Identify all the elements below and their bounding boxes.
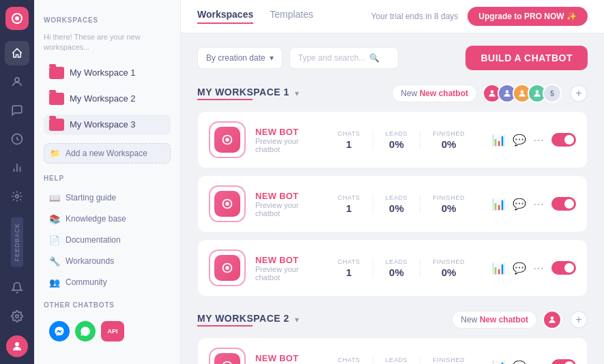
bot-info-1-3: NEW BOT Preview your chatbot	[255, 255, 316, 282]
svg-point-15	[225, 266, 229, 270]
bot-preview-1-3: Preview your chatbot	[255, 265, 316, 282]
knowledge-icon: 📚	[49, 214, 60, 224]
chat-icon-2-1[interactable]: 💬	[513, 360, 526, 365]
workspace-2-collapse[interactable]: ▾	[295, 315, 299, 324]
analytics-icon-2-1[interactable]: 📊	[492, 360, 506, 365]
messenger-chatbot[interactable]	[49, 321, 70, 342]
chatbot-text-1: New chatbot	[420, 89, 468, 98]
help-workarounds[interactable]: 🔧 Workarounds	[44, 254, 171, 269]
help-knowledge-base[interactable]: 📚 Knowledge base	[44, 211, 171, 227]
sidebar-item-workspace-1[interactable]: My Workspace 1	[44, 63, 171, 83]
search-filter[interactable]: Type and search... 🔍	[289, 47, 399, 69]
chats-label: CHATS	[338, 130, 360, 137]
bot-stats-2-1: CHATS 1 LEADS 0% FINISHED 0%	[326, 357, 477, 365]
api-chatbot[interactable]: API	[101, 321, 124, 342]
app-logo[interactable]	[5, 7, 29, 30]
stat-chats-1-3: CHATS 1	[326, 258, 373, 278]
nav-users[interactable]	[5, 70, 29, 94]
bot-preview-1-1: Preview your chatbot	[255, 137, 316, 153]
toggle-2-1[interactable]	[551, 359, 576, 364]
avatar-group-2	[543, 310, 562, 329]
stat-leads-1-1: LEADS 0%	[373, 130, 421, 150]
folder-icon-3	[49, 119, 64, 131]
help-community[interactable]: 👥 Community	[44, 275, 171, 290]
toggle-1-3[interactable]	[551, 261, 576, 275]
stat-chats-1-2: CHATS 1	[326, 194, 373, 214]
nav-integrations[interactable]	[5, 184, 29, 209]
analytics-icon-1-1[interactable]: 📊	[492, 134, 506, 147]
filter-left: By creation date ▾ Type and search... 🔍	[197, 47, 399, 69]
bot-stats-1-3: CHATS 1 LEADS 0% FINISHED 0%	[326, 258, 477, 278]
leads-label-3: LEADS	[386, 258, 408, 265]
analytics-icon-1-2[interactable]: 📊	[492, 198, 506, 211]
workspace-section-2: MY WORKSPACE 2 ▾ New New chatbot +	[197, 310, 588, 364]
svg-point-4	[16, 315, 19, 318]
wrench-icon: 🔧	[49, 256, 60, 267]
help-starting-guide-label: Starting guide	[66, 193, 116, 202]
chats-value-1-3: 1	[338, 267, 360, 278]
chat-icon-1-2[interactable]: 💬	[513, 198, 526, 211]
sidebar-item-workspace-3[interactable]: My Workspace 3	[44, 115, 171, 135]
more-icon-1-3[interactable]: ⋯	[533, 262, 545, 275]
toggle-1-1[interactable]	[551, 133, 576, 147]
add-member-btn-1[interactable]: +	[570, 85, 588, 102]
svg-point-17	[223, 362, 232, 364]
add-workspace-icon: 📁	[50, 149, 60, 158]
topbar-tabs: Workspaces Templates	[197, 9, 313, 24]
nav-settings[interactable]	[5, 304, 29, 329]
search-placeholder: Type and search...	[298, 53, 366, 63]
feedback-badge[interactable]: FEEDBACK	[11, 217, 23, 267]
nav-chat[interactable]	[5, 98, 29, 123]
more-icon-1-1[interactable]: ⋯	[533, 134, 545, 147]
bot-icon-1-2	[214, 191, 240, 217]
date-filter[interactable]: By creation date ▾	[197, 47, 283, 69]
bot-icon-wrap-1-2	[209, 185, 246, 222]
search-icon: 🔍	[369, 53, 379, 63]
stat-finished-1-2: FINISHED 0%	[420, 194, 477, 214]
workspace-1-collapse[interactable]: ▾	[295, 89, 299, 98]
stat-chats-1-1: CHATS 1	[326, 130, 373, 150]
workspace-2-header: MY WORKSPACE 2 ▾ New New chatbot +	[197, 310, 588, 329]
chat-icon-1-3[interactable]: 💬	[513, 262, 526, 275]
svg-point-2	[15, 78, 19, 82]
filters-row: By creation date ▾ Type and search... 🔍 …	[197, 46, 588, 70]
more-icon-1-2[interactable]: ⋯	[533, 198, 545, 211]
sidebar-item-workspace-2[interactable]: My Workspace 2	[44, 89, 171, 109]
chat-icon-1-1[interactable]: 💬	[513, 134, 526, 147]
add-member-btn-2[interactable]: +	[570, 311, 588, 329]
community-icon: 👥	[49, 277, 60, 288]
chevron-down-icon: ▾	[270, 53, 274, 63]
bot-name-1-3: NEW BOT	[255, 255, 316, 265]
nav-broadcast[interactable]	[5, 127, 29, 151]
whatsapp-chatbot[interactable]	[75, 321, 96, 342]
chats-label-3: CHATS	[338, 258, 360, 265]
tab-templates[interactable]: Templates	[270, 9, 313, 24]
chats-value-1-1: 1	[338, 138, 360, 150]
avatar-2-1	[543, 310, 562, 329]
nav-home[interactable]	[5, 41, 29, 65]
analytics-icon-1-3[interactable]: 📊	[492, 262, 506, 275]
nav-analytics[interactable]	[5, 155, 29, 180]
help-starting-guide[interactable]: 📖 Starting guide	[44, 190, 171, 206]
help-documentation[interactable]: 📄 Documentation	[44, 232, 171, 248]
upgrade-button[interactable]: Upgrade to PRO NOW ✨	[468, 7, 588, 26]
bot-icon-wrap-2-1	[209, 348, 246, 364]
finished-label-2: FINISHED	[433, 194, 465, 201]
workspace-section-1: MY WORKSPACE 1 ▾ New New chatbot	[197, 84, 588, 297]
add-workspace-button[interactable]: 📁 Add a new Workspace	[44, 143, 171, 164]
finished-label: FINISHED	[433, 130, 465, 137]
more-icon-2-1[interactable]: ⋯	[533, 360, 545, 365]
help-documentation-label: Documentation	[66, 235, 121, 245]
toggle-1-2[interactable]	[551, 197, 576, 211]
bot-info-1-2: NEW BOT Preview your chatbot	[255, 191, 316, 217]
workspace-1-header: MY WORKSPACE 1 ▾ New New chatbot	[197, 84, 588, 103]
tab-workspaces[interactable]: Workspaces	[197, 9, 253, 24]
icon-bar: FEEDBACK	[0, 0, 34, 364]
new-chatbot-btn-1[interactable]: New New chatbot	[392, 85, 477, 102]
bot-icon-1-3	[214, 255, 240, 281]
svg-point-7	[506, 90, 509, 93]
new-chatbot-btn-2[interactable]: New New chatbot	[452, 311, 537, 329]
build-chatbot-button[interactable]: BUILD A CHATBOT	[465, 46, 588, 70]
user-avatar[interactable]	[6, 335, 28, 357]
nav-notifications[interactable]	[5, 275, 29, 300]
